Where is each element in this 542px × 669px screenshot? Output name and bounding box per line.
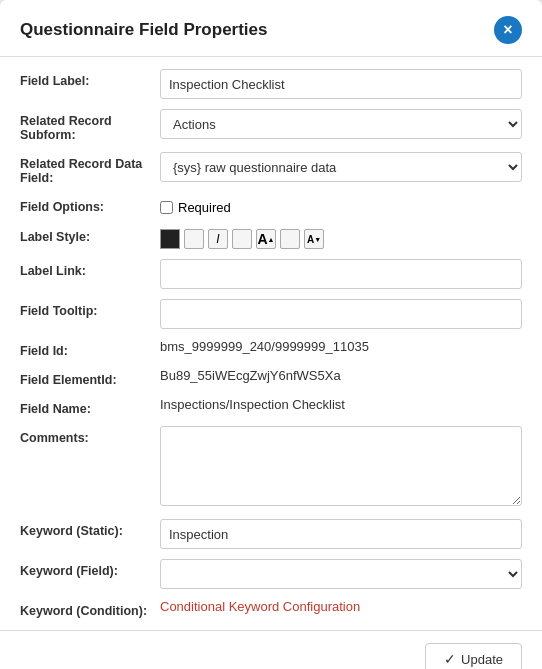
style-border-button[interactable] — [184, 229, 204, 249]
keyword-static-label: Keyword (Static): — [20, 519, 160, 538]
label-style-label: Label Style: — [20, 225, 160, 244]
related-record-data-field-label: Related Record Data Field: — [20, 152, 160, 185]
comments-label: Comments: — [20, 426, 160, 445]
related-record-subform-control: Actions — [160, 109, 522, 139]
comments-textarea[interactable] — [160, 426, 522, 506]
field-element-id-control: Bu89_55iWEcgZwjY6nfWS5Xa — [160, 368, 522, 383]
keyword-condition-row: Keyword (Condition): Conditional Keyword… — [20, 599, 522, 618]
field-tooltip-control — [160, 299, 522, 329]
comments-row: Comments: — [20, 426, 522, 509]
required-checkbox[interactable] — [160, 201, 173, 214]
label-link-input[interactable] — [160, 259, 522, 289]
required-label: Required — [178, 200, 231, 215]
keyword-field-select[interactable] — [160, 559, 522, 589]
field-options-control: Required — [160, 195, 522, 215]
related-record-data-field-select[interactable]: {sys} raw questionnaire data — [160, 152, 522, 182]
field-options-row: Field Options: Required — [20, 195, 522, 215]
field-label-row: Field Label: — [20, 69, 522, 99]
field-label-label: Field Label: — [20, 69, 160, 88]
related-record-subform-select[interactable]: Actions — [160, 109, 522, 139]
field-tooltip-label: Field Tooltip: — [20, 299, 160, 318]
required-checkbox-row: Required — [160, 195, 522, 215]
update-button[interactable]: ✓ Update — [425, 643, 522, 669]
comments-control — [160, 426, 522, 509]
keyword-static-control — [160, 519, 522, 549]
related-record-data-field-row: Related Record Data Field: {sys} raw que… — [20, 152, 522, 185]
keyword-field-label: Keyword (Field): — [20, 559, 160, 578]
field-tooltip-row: Field Tooltip: — [20, 299, 522, 329]
field-name-control: Inspections/Inspection Checklist — [160, 397, 522, 412]
field-element-id-value: Bu89_55iWEcgZwjY6nfWS5Xa — [160, 363, 341, 383]
dialog-header: Questionnaire Field Properties × — [0, 0, 542, 57]
dialog-title: Questionnaire Field Properties — [20, 20, 268, 40]
field-label-input[interactable] — [160, 69, 522, 99]
conditional-keyword-link[interactable]: Conditional Keyword Configuration — [160, 599, 360, 614]
field-id-value: bms_9999999_240/9999999_11035 — [160, 334, 369, 354]
keyword-condition-control: Conditional Keyword Configuration — [160, 599, 522, 614]
style-smaller-button[interactable]: A▼ — [304, 229, 324, 249]
checkmark-icon: ✓ — [444, 651, 456, 667]
field-element-id-label: Field ElementId: — [20, 368, 160, 387]
field-element-id-row: Field ElementId: Bu89_55iWEcgZwjY6nfWS5X… — [20, 368, 522, 387]
field-id-label: Field Id: — [20, 339, 160, 358]
dialog-footer: ✓ Update — [0, 630, 542, 669]
field-tooltip-input[interactable] — [160, 299, 522, 329]
style-larger-button[interactable]: A▲ — [256, 229, 276, 249]
field-label-control — [160, 69, 522, 99]
keyword-field-row: Keyword (Field): — [20, 559, 522, 589]
label-link-label: Label Link: — [20, 259, 160, 278]
keyword-condition-label: Keyword (Condition): — [20, 599, 160, 618]
style-border2-button[interactable] — [232, 229, 252, 249]
label-link-row: Label Link: — [20, 259, 522, 289]
label-style-row: Label Style: I A▲ A▼ — [20, 225, 522, 249]
style-italic-button[interactable]: I — [208, 229, 228, 249]
close-button[interactable]: × — [494, 16, 522, 44]
field-id-control: bms_9999999_240/9999999_11035 — [160, 339, 522, 354]
related-record-subform-row: Related Record Subform: Actions — [20, 109, 522, 142]
field-name-label: Field Name: — [20, 397, 160, 416]
label-link-control — [160, 259, 522, 289]
label-style-control: I A▲ A▼ — [160, 225, 522, 249]
keyword-field-control — [160, 559, 522, 589]
field-id-row: Field Id: bms_9999999_240/9999999_11035 — [20, 339, 522, 358]
style-border3-button[interactable] — [280, 229, 300, 249]
related-record-data-field-control: {sys} raw questionnaire data — [160, 152, 522, 182]
field-name-value: Inspections/Inspection Checklist — [160, 392, 345, 412]
related-record-subform-label: Related Record Subform: — [20, 109, 160, 142]
keyword-static-row: Keyword (Static): — [20, 519, 522, 549]
keyword-static-input[interactable] — [160, 519, 522, 549]
color-swatch-button[interactable] — [160, 229, 180, 249]
field-name-row: Field Name: Inspections/Inspection Check… — [20, 397, 522, 416]
label-style-buttons: I A▲ A▼ — [160, 225, 522, 249]
field-options-label: Field Options: — [20, 195, 160, 214]
update-label: Update — [461, 652, 503, 667]
dialog-body: Field Label: Related Record Subform: Act… — [0, 57, 542, 618]
dialog-container: Questionnaire Field Properties × Field L… — [0, 0, 542, 669]
